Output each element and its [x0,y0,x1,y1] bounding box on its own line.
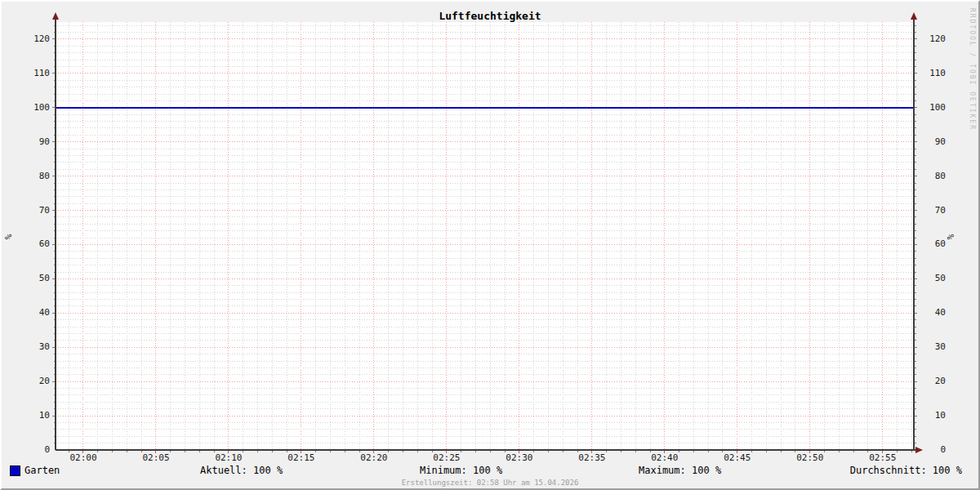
x-tick-label: 02:05 [131,452,180,464]
y-axis-unit-left: % [3,231,15,243]
stat-maximum: Maximum: 100 % [639,465,721,476]
y-tick-label-left: 40 [2,307,50,318]
y-tick-label-right: 90 [918,136,946,148]
y-tick-label-right: 0 [918,444,946,456]
y-tick-label-right: 50 [918,273,946,284]
y-tick-label-left: 70 [2,205,50,216]
x-tick-label: 02:50 [786,452,835,464]
x-tick-label: 02:35 [568,452,617,464]
y-tick-label-left: 50 [2,273,50,284]
y-tick-label-left: 80 [2,171,50,182]
chart-canvas [2,2,980,490]
y-tick-label-right: 100 [918,102,946,114]
y-tick-label-right: 60 [918,238,946,250]
y-tick-label-right: 110 [918,68,946,79]
y-tick-label-right: 20 [918,376,946,387]
series-label: Garten [24,465,60,476]
x-tick-label: 02:15 [277,452,326,464]
y-tick-label-left: 10 [2,410,50,421]
y-tick-label-right: 70 [918,205,946,216]
y-tick-label-left: 100 [2,102,50,114]
y-axis-unit-right: % [944,231,956,243]
y-tick-label-left: 20 [2,376,50,387]
y-tick-label-right: 30 [918,341,946,353]
x-tick-label: 02:40 [640,452,689,464]
plot-area [56,22,914,450]
x-tick-label: 02:00 [59,452,108,464]
series-color-swatch [10,466,20,476]
y-tick-label-left: 0 [2,444,50,456]
y-tick-label-left: 120 [2,33,50,45]
x-tick-label: 02:55 [858,452,907,464]
y-tick-label-left: 90 [2,136,50,148]
x-tick-label: 02:20 [350,452,399,464]
y-axis-arrow-left [52,12,59,20]
x-tick-label: 02:45 [713,452,762,464]
x-tick-label: 02:25 [422,452,471,464]
stat-minimum: Minimum: 100 % [420,465,502,476]
stat-durchschnitt: Durchschnitt: 100 % [850,465,962,476]
y-tick-label-right: 10 [918,410,946,421]
x-tick-label: 02:10 [204,452,253,464]
y-tick-label-right: 40 [918,307,946,318]
y-tick-label-right: 120 [918,33,946,45]
stat-aktuell: Aktuell: 100 % [200,465,283,476]
rrdtool-graph: Luftfeuchtigkeit RRDTOOL / TOBI OETIKER … [0,0,980,490]
x-tick-label: 02:30 [495,452,544,464]
y-tick-label-left: 30 [2,341,50,353]
y-axis-arrow-right [911,12,917,20]
creation-time: Erstellungszeit: 02:58 Uhr am 15.04.2026 [2,479,978,487]
legend-row: Garten Aktuell: 100 % Minimum: 100 % Max… [2,465,978,478]
y-tick-label-left: 110 [2,68,50,79]
y-tick-label-right: 80 [918,171,946,182]
